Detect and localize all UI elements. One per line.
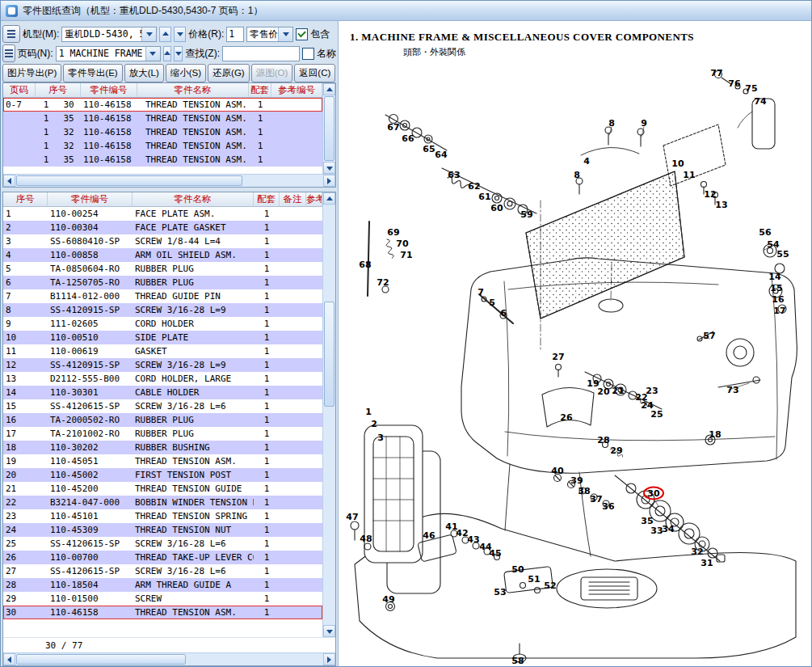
parts-cell: 11	[3, 344, 48, 358]
parts-hscroll-thumb[interactable]	[16, 654, 186, 665]
chevron-down-icon[interactable]	[141, 27, 156, 41]
export-parts-button[interactable]: 零件导出(E)	[63, 64, 122, 82]
results-cell: THREAD TENSION ASM.	[137, 112, 249, 125]
parts-cell: THREAD GUIDE PIN	[133, 289, 254, 303]
parts-row[interactable]: 5TA-0850604-RORUBBER PLUG1	[3, 262, 322, 276]
results-cell	[3, 139, 36, 153]
results-hscrollbar[interactable]	[3, 174, 335, 187]
parts-cell	[280, 509, 306, 523]
parts-row[interactable]: 22B3214-047-000BOBBIN WINDER TENSION DIS…	[3, 496, 322, 509]
parts-row[interactable]: 16TA-2000502-RORUBBER PLUG1	[3, 413, 322, 427]
parts-row[interactable]: 13D2112-555-B00CORD HOLDER, LARGE1	[3, 372, 322, 386]
column-header[interactable]: 零件编号	[81, 83, 137, 98]
chevron-down-icon[interactable]	[278, 27, 292, 41]
highlight-circle	[643, 487, 664, 500]
column-header[interactable]: 页码	[3, 83, 36, 98]
parts-row[interactable]: 25SS-4120615-SPSCREW 3/16-28 L=61	[3, 537, 322, 551]
parts-row[interactable]: 10110-00510SIDE PLATE1	[3, 331, 322, 344]
column-header[interactable]: 配套	[249, 83, 271, 98]
parts-row[interactable]: 24110-45309THREAD TENSION NUT1	[3, 523, 322, 537]
column-header[interactable]: 零件名称	[133, 192, 254, 207]
parts-row[interactable]: 18110-30202RUBBER BUSHING1	[3, 441, 322, 454]
parts-cell: 110-00700	[48, 551, 133, 564]
column-header[interactable]: 配套	[254, 192, 280, 207]
restore-button[interactable]: 还原(G)	[208, 64, 250, 82]
parts-row[interactable]: 17TA-2101002-RORUBBER PLUG1	[3, 427, 322, 441]
scroll-up-icon[interactable]	[323, 83, 335, 95]
parts-row[interactable]: 27SS-4120615-SPSCREW 3/16-28 L=61	[3, 564, 322, 578]
zoom-out-button[interactable]: 缩小(S)	[166, 64, 206, 82]
scroll-left-icon[interactable]	[3, 653, 15, 665]
parts-row[interactable]: 28110-18504ARM THREAD GUIDE A1	[3, 578, 322, 592]
results-row[interactable]: 0-7130110-46158THREAD TENSION ASM.1	[3, 98, 322, 112]
title-bar[interactable]: 零件图纸查询（机型：重机DLD-5430,5430-7 页码：1）	[1, 1, 811, 21]
parts-row[interactable]: 30110-46158THREAD TENSION ASM.1	[3, 606, 322, 619]
parts-row[interactable]: 9111-02605CORD HOLDER1	[3, 317, 322, 331]
model-select[interactable]: 重机DLD-5430, 5430-	[61, 27, 157, 42]
chevron-down-icon[interactable]	[145, 47, 160, 61]
parts-row[interactable]: 23110-45101THREAD TENSION SPRING1	[3, 509, 322, 523]
results-vscrollbar[interactable]	[322, 83, 335, 174]
page-select[interactable]: 1 MACHINE FRAME &	[56, 46, 161, 61]
name-checkbox[interactable]	[302, 48, 314, 60]
include-checkbox[interactable]	[296, 28, 308, 40]
parts-row[interactable]: 6TA-1250705-RORUBBER PLUG1	[3, 276, 322, 289]
scroll-down-icon[interactable]	[323, 162, 335, 174]
column-header[interactable]: 序号	[3, 192, 48, 207]
parts-cell	[280, 606, 306, 619]
part-callout-47: 47	[346, 512, 358, 522]
column-header[interactable]: 参考编号	[271, 83, 322, 98]
model-list-button[interactable]	[2, 25, 20, 43]
results-hscroll-thumb[interactable]	[16, 175, 242, 186]
parts-row[interactable]: 29110-01500SCREW1	[3, 592, 322, 606]
parts-row[interactable]: 4110-00858ARM OIL SHIELD ASM.1	[3, 248, 322, 262]
scroll-right-icon[interactable]	[323, 653, 335, 665]
parts-row[interactable]: 1110-00254FACE PLATE ASM.1	[3, 207, 322, 221]
model-up-button[interactable]	[159, 27, 171, 42]
column-header[interactable]: 备注	[280, 192, 306, 207]
column-header[interactable]: 零件编号	[48, 192, 133, 207]
results-vscroll-thumb[interactable]	[324, 96, 334, 161]
parts-row[interactable]: 7B1114-012-000THREAD GUIDE PIN1	[3, 289, 322, 303]
results-row[interactable]: 135110-46158THREAD TENSION ASM.1	[3, 153, 322, 167]
parts-row[interactable]: 12SS-4120915-SPSCREW 3/16-28 L=91	[3, 358, 322, 372]
scroll-right-icon[interactable]	[323, 175, 335, 187]
parts-row[interactable]: 20110-45002FIRST TENSION POST1	[3, 468, 322, 482]
export-image-button[interactable]: 图片导出(P)	[2, 64, 61, 82]
scroll-up-icon[interactable]	[323, 192, 335, 205]
parts-row[interactable]: 21110-45200THREAD TENSION GUIDE1	[3, 482, 322, 496]
column-header[interactable]: 参考编号	[306, 192, 322, 207]
parts-cell: ARM THREAD GUIDE A	[133, 578, 254, 592]
parts-vscroll-thumb[interactable]	[324, 302, 334, 407]
parts-row[interactable]: 15SS-4120615-SPSCREW 3/16-28 L=61	[3, 399, 322, 413]
model-down-button[interactable]	[174, 27, 186, 42]
zoom-in-button[interactable]: 放大(L)	[124, 64, 164, 82]
parts-row[interactable]: 19110-45051THREAD TENSION ASM.1	[3, 454, 322, 468]
price-input[interactable]	[226, 27, 244, 42]
results-row[interactable]: 132110-46158THREAD TENSION ASM.1	[3, 139, 322, 153]
find-input[interactable]	[222, 46, 300, 61]
parts-row[interactable]: 14110-30301CABLE HOLDER1	[3, 386, 322, 399]
scroll-down-icon[interactable]	[323, 625, 335, 637]
price-type-select[interactable]: 零售价	[246, 27, 293, 42]
column-header[interactable]: 序号	[36, 83, 81, 98]
parts-vscrollbar[interactable]	[322, 192, 335, 637]
column-header[interactable]: 零件名称	[137, 83, 249, 98]
parts-hscrollbar[interactable]	[3, 652, 335, 665]
parts-row[interactable]: 2110-00304FACE PLATE GASKET1	[3, 221, 322, 234]
results-cell: 30	[57, 98, 81, 112]
page-down-button[interactable]	[174, 46, 183, 61]
parts-row[interactable]: 3SS-6080410-SPSCREW 1/8-44 L=41	[3, 234, 322, 248]
parts-row[interactable]: 26110-00700THREAD TAKE-UP LEVER COVE1	[3, 551, 322, 564]
scroll-left-icon[interactable]	[3, 175, 15, 187]
results-row[interactable]: 135110-46158THREAD TENSION ASM.1	[3, 112, 322, 125]
record-status: 30 / 77	[3, 637, 335, 652]
parts-row[interactable]: 8SS-4120915-SPSCREW 3/16-28 L=91	[3, 303, 322, 317]
results-cell	[271, 112, 322, 125]
back-button[interactable]: 返回(C)	[294, 64, 335, 82]
page-up-button[interactable]	[163, 46, 172, 61]
parts-row[interactable]: 11110-00619GASKET1	[3, 344, 322, 358]
parts-cell: THREAD TENSION NUT	[133, 523, 254, 537]
results-row[interactable]: 132110-46158THREAD TENSION ASM.1	[3, 125, 322, 139]
page-list-button[interactable]	[2, 44, 15, 62]
